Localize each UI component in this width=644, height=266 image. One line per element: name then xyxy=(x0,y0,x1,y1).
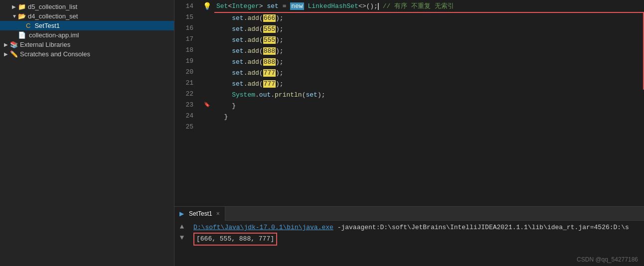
line-num-18: 18 xyxy=(174,45,193,56)
num-555-17: 555 xyxy=(263,36,276,44)
code-line-25 xyxy=(214,123,644,133)
line-num-20: 20 xyxy=(174,67,193,78)
sidebar-item-label: d5_collection_list xyxy=(28,3,77,10)
sidebar-item-label: d4_collection_set xyxy=(28,12,78,20)
sidebar-item-label: SetTest1 xyxy=(34,22,60,29)
code-content: 14 15 16 17 18 19 20 21 22 23 24 25 💡 xyxy=(174,0,644,206)
arrow-icon: ▶ xyxy=(12,4,18,9)
arrow-icon: ▼ xyxy=(12,13,18,19)
code-line-15: set.add(666); xyxy=(214,13,643,24)
type-set: Set xyxy=(216,2,228,10)
sidebar-item-iml[interactable]: ▶ 📄 collection-app.iml xyxy=(0,30,174,40)
sidebar-item-label: collection-app.iml xyxy=(29,31,79,39)
gutter-18 xyxy=(199,45,214,56)
num-555-16: 555 xyxy=(263,25,276,33)
bookmark-icon[interactable]: 🔖 xyxy=(204,100,210,111)
line-num-16: 16 xyxy=(174,23,193,34)
code-line-24: } xyxy=(214,112,644,123)
java-file-icon: C xyxy=(26,22,30,29)
scratches-icon: ✏️ xyxy=(10,50,18,58)
console-result-box: [666, 555, 888, 777] xyxy=(193,233,277,246)
folder-open-icon: 📂 xyxy=(18,12,26,20)
console-output: D:\soft\Java\jdk-17.0.1\bin\java.exe -ja… xyxy=(189,221,644,266)
line-num-19: 19 xyxy=(174,56,193,67)
num-888-19: 888 xyxy=(263,58,276,66)
gutter-20 xyxy=(199,67,214,78)
bottom-tab-settest1[interactable]: ▶ SetTest1 × xyxy=(174,207,225,221)
console-line-2: [666, 555, 888, 777] xyxy=(193,233,640,243)
main-container: ▶ 📁 d5_collection_list ▼ 📂 d4_collection… xyxy=(0,0,644,266)
line-num-14: 14 xyxy=(174,1,193,12)
line-numbers: 14 15 16 17 18 19 20 21 22 23 24 25 xyxy=(174,0,199,206)
bottom-panel: ▶ SetTest1 × ▲ ▼ D:\soft\Java\jdk-17.0.1… xyxy=(174,206,644,266)
line-num-17: 17 xyxy=(174,34,193,45)
gutter-25 xyxy=(199,122,214,133)
num-777-21: 777 xyxy=(263,80,276,88)
folder-icon: 📁 xyxy=(18,3,26,10)
bulb-icon[interactable]: 💡 xyxy=(203,1,211,12)
num-888-18: 888 xyxy=(263,47,276,55)
sidebar-item-label: Scratches and Consoles xyxy=(20,50,90,58)
sidebar-item-extlibs[interactable]: ▶ 📚 External Libraries xyxy=(0,40,174,49)
line-num-21: 21 xyxy=(174,78,193,89)
type-linkedhashset: LinkedHashSet xyxy=(308,2,358,10)
gutter-23: 🔖 xyxy=(199,100,214,111)
gutter: 💡 🔖 xyxy=(199,0,214,206)
line-num-15: 15 xyxy=(174,12,193,23)
gutter-19 xyxy=(199,56,214,67)
sidebar: ▶ 📁 d5_collection_list ▼ 📂 d4_collection… xyxy=(0,0,174,266)
code-line-16: set.add(555); xyxy=(214,24,643,35)
sidebar-item-d5[interactable]: ▶ 📁 d5_collection_list xyxy=(0,2,174,11)
arrow-icon: ▶ xyxy=(4,51,10,57)
iml-file-icon: 📄 xyxy=(18,31,26,39)
scroll-up-button[interactable]: ▲ xyxy=(180,223,184,231)
console-line-1: D:\soft\Java\jdk-17.0.1\bin\java.exe -ja… xyxy=(193,223,640,233)
console-result-text: [666, 555, 888, 777] xyxy=(196,235,274,243)
gutter-21 xyxy=(199,78,214,89)
code-line-21: set.add(777); xyxy=(214,79,643,90)
arrow-icon: ▶ xyxy=(4,42,10,47)
gutter-24 xyxy=(199,111,214,122)
type-integer: Integer xyxy=(232,2,259,10)
sidebar-item-settest1[interactable]: ▶ C SetTest1 xyxy=(0,21,174,30)
run-controls: ▲ ▼ xyxy=(174,221,189,266)
code-line-23: } xyxy=(214,101,644,112)
run-tab-icon: ▶ xyxy=(179,211,186,216)
keyword-new: new xyxy=(290,2,304,10)
code-line-18: set.add(888); xyxy=(214,46,643,57)
editor-area: 14 15 16 17 18 19 20 21 22 23 24 25 💡 xyxy=(174,0,644,266)
bottom-content: ▲ ▼ D:\soft\Java\jdk-17.0.1\bin\java.exe… xyxy=(174,221,644,266)
line-num-23: 23 xyxy=(174,100,193,111)
code-line-22: System.out.println(set); xyxy=(214,90,644,101)
code-line-17: set.add(555); xyxy=(214,35,643,46)
sidebar-item-d4[interactable]: ▼ 📂 d4_collection_set xyxy=(0,11,174,21)
line-num-22: 22 xyxy=(174,89,193,100)
gutter-15 xyxy=(199,12,214,23)
gutter-16 xyxy=(199,23,214,34)
gutter-14: 💡 xyxy=(199,1,214,12)
highlight-block-top: set.add(666); set.add(555); set.add(555)… xyxy=(214,12,644,90)
gutter-17 xyxy=(199,34,214,45)
line-num-24: 24 xyxy=(174,111,193,122)
line-num-25: 25 xyxy=(174,122,193,133)
sidebar-item-scratches[interactable]: ▶ ✏️ Scratches and Consoles xyxy=(0,49,174,59)
java-exe-link[interactable]: D:\soft\Java\jdk-17.0.1\bin\java.exe xyxy=(193,224,333,231)
comment-14: // 有序 不重复 无索引 xyxy=(379,2,454,10)
code-line-14: Set<Integer> set = new LinkedHashSet<>()… xyxy=(214,1,644,12)
gutter-22 xyxy=(199,89,214,100)
bottom-tabs: ▶ SetTest1 × xyxy=(174,207,644,221)
bottom-tab-label: SetTest1 xyxy=(189,210,212,217)
watermark: CSDN @qq_54277186 xyxy=(577,256,638,263)
scroll-down-button[interactable]: ▼ xyxy=(180,234,184,242)
tab-close-button[interactable]: × xyxy=(216,210,220,217)
code-lines[interactable]: Set<Integer> set = new LinkedHashSet<>()… xyxy=(214,0,644,206)
console-args: -javaagent:D:\soft\JetBrains\IntelliJIDE… xyxy=(333,224,629,231)
var-set: set xyxy=(267,2,278,10)
code-line-20: set.add(777); xyxy=(214,68,643,79)
num-777-20: 777 xyxy=(263,69,276,77)
extlibs-icon: 📚 xyxy=(10,41,18,48)
num-666-15: 666 xyxy=(263,14,276,22)
sidebar-item-label: External Libraries xyxy=(20,41,70,48)
code-line-19: set.add(888); xyxy=(214,57,643,68)
